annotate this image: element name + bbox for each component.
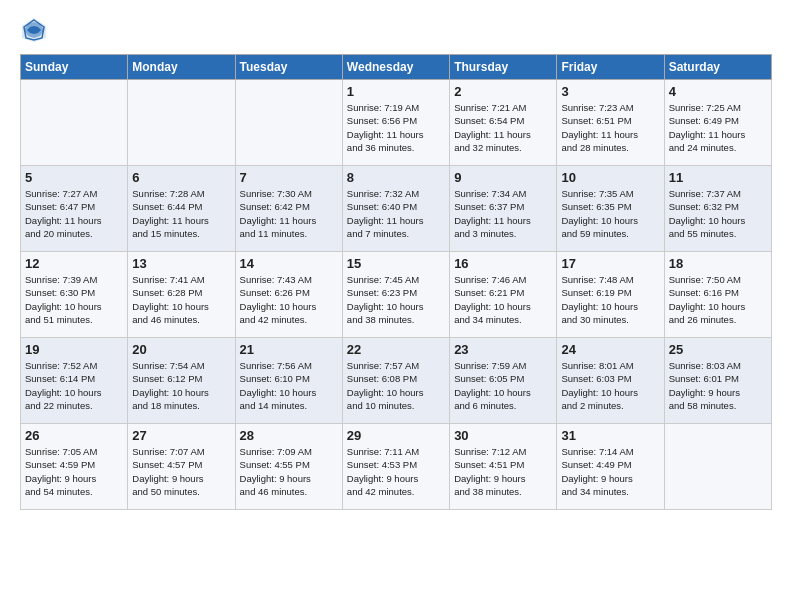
calendar-cell: 2Sunrise: 7:21 AM Sunset: 6:54 PM Daylig… <box>450 80 557 166</box>
day-info: Sunrise: 7:30 AM Sunset: 6:42 PM Dayligh… <box>240 187 338 240</box>
calendar-cell: 16Sunrise: 7:46 AM Sunset: 6:21 PM Dayli… <box>450 252 557 338</box>
calendar-cell: 31Sunrise: 7:14 AM Sunset: 4:49 PM Dayli… <box>557 424 664 510</box>
calendar-cell: 30Sunrise: 7:12 AM Sunset: 4:51 PM Dayli… <box>450 424 557 510</box>
calendar-cell <box>235 80 342 166</box>
calendar-cell <box>664 424 771 510</box>
day-info: Sunrise: 7:37 AM Sunset: 6:32 PM Dayligh… <box>669 187 767 240</box>
day-info: Sunrise: 7:27 AM Sunset: 6:47 PM Dayligh… <box>25 187 123 240</box>
day-info: Sunrise: 7:34 AM Sunset: 6:37 PM Dayligh… <box>454 187 552 240</box>
calendar-cell: 20Sunrise: 7:54 AM Sunset: 6:12 PM Dayli… <box>128 338 235 424</box>
day-number: 25 <box>669 342 767 357</box>
calendar-cell: 21Sunrise: 7:56 AM Sunset: 6:10 PM Dayli… <box>235 338 342 424</box>
calendar-cell: 25Sunrise: 8:03 AM Sunset: 6:01 PM Dayli… <box>664 338 771 424</box>
calendar-table: SundayMondayTuesdayWednesdayThursdayFrid… <box>20 54 772 510</box>
day-number: 13 <box>132 256 230 271</box>
calendar-cell: 11Sunrise: 7:37 AM Sunset: 6:32 PM Dayli… <box>664 166 771 252</box>
day-info: Sunrise: 7:39 AM Sunset: 6:30 PM Dayligh… <box>25 273 123 326</box>
day-number: 9 <box>454 170 552 185</box>
day-number: 17 <box>561 256 659 271</box>
calendar-cell: 14Sunrise: 7:43 AM Sunset: 6:26 PM Dayli… <box>235 252 342 338</box>
calendar-week-2: 5Sunrise: 7:27 AM Sunset: 6:47 PM Daylig… <box>21 166 772 252</box>
day-info: Sunrise: 7:35 AM Sunset: 6:35 PM Dayligh… <box>561 187 659 240</box>
day-info: Sunrise: 7:43 AM Sunset: 6:26 PM Dayligh… <box>240 273 338 326</box>
calendar-cell: 27Sunrise: 7:07 AM Sunset: 4:57 PM Dayli… <box>128 424 235 510</box>
calendar-cell: 29Sunrise: 7:11 AM Sunset: 4:53 PM Dayli… <box>342 424 449 510</box>
logo <box>20 16 52 44</box>
day-info: Sunrise: 7:32 AM Sunset: 6:40 PM Dayligh… <box>347 187 445 240</box>
day-number: 19 <box>25 342 123 357</box>
day-number: 15 <box>347 256 445 271</box>
day-number: 1 <box>347 84 445 99</box>
day-info: Sunrise: 7:41 AM Sunset: 6:28 PM Dayligh… <box>132 273 230 326</box>
calendar-cell: 19Sunrise: 7:52 AM Sunset: 6:14 PM Dayli… <box>21 338 128 424</box>
weekday-header-row: SundayMondayTuesdayWednesdayThursdayFrid… <box>21 55 772 80</box>
calendar-week-4: 19Sunrise: 7:52 AM Sunset: 6:14 PM Dayli… <box>21 338 772 424</box>
day-number: 21 <box>240 342 338 357</box>
calendar-week-5: 26Sunrise: 7:05 AM Sunset: 4:59 PM Dayli… <box>21 424 772 510</box>
day-number: 5 <box>25 170 123 185</box>
calendar-cell: 6Sunrise: 7:28 AM Sunset: 6:44 PM Daylig… <box>128 166 235 252</box>
day-number: 23 <box>454 342 552 357</box>
day-info: Sunrise: 7:48 AM Sunset: 6:19 PM Dayligh… <box>561 273 659 326</box>
day-info: Sunrise: 8:03 AM Sunset: 6:01 PM Dayligh… <box>669 359 767 412</box>
day-info: Sunrise: 7:19 AM Sunset: 6:56 PM Dayligh… <box>347 101 445 154</box>
day-number: 18 <box>669 256 767 271</box>
calendar-cell: 12Sunrise: 7:39 AM Sunset: 6:30 PM Dayli… <box>21 252 128 338</box>
day-info: Sunrise: 7:50 AM Sunset: 6:16 PM Dayligh… <box>669 273 767 326</box>
day-info: Sunrise: 7:12 AM Sunset: 4:51 PM Dayligh… <box>454 445 552 498</box>
day-info: Sunrise: 7:14 AM Sunset: 4:49 PM Dayligh… <box>561 445 659 498</box>
day-info: Sunrise: 7:25 AM Sunset: 6:49 PM Dayligh… <box>669 101 767 154</box>
calendar-cell: 18Sunrise: 7:50 AM Sunset: 6:16 PM Dayli… <box>664 252 771 338</box>
day-info: Sunrise: 8:01 AM Sunset: 6:03 PM Dayligh… <box>561 359 659 412</box>
day-number: 3 <box>561 84 659 99</box>
day-number: 6 <box>132 170 230 185</box>
day-number: 16 <box>454 256 552 271</box>
day-number: 8 <box>347 170 445 185</box>
calendar-cell: 15Sunrise: 7:45 AM Sunset: 6:23 PM Dayli… <box>342 252 449 338</box>
weekday-header-thursday: Thursday <box>450 55 557 80</box>
day-info: Sunrise: 7:05 AM Sunset: 4:59 PM Dayligh… <box>25 445 123 498</box>
calendar-cell: 5Sunrise: 7:27 AM Sunset: 6:47 PM Daylig… <box>21 166 128 252</box>
day-info: Sunrise: 7:09 AM Sunset: 4:55 PM Dayligh… <box>240 445 338 498</box>
day-number: 12 <box>25 256 123 271</box>
logo-icon <box>20 16 48 44</box>
day-info: Sunrise: 7:23 AM Sunset: 6:51 PM Dayligh… <box>561 101 659 154</box>
calendar-cell: 4Sunrise: 7:25 AM Sunset: 6:49 PM Daylig… <box>664 80 771 166</box>
day-number: 28 <box>240 428 338 443</box>
day-info: Sunrise: 7:57 AM Sunset: 6:08 PM Dayligh… <box>347 359 445 412</box>
page: SundayMondayTuesdayWednesdayThursdayFrid… <box>0 0 792 520</box>
day-info: Sunrise: 7:56 AM Sunset: 6:10 PM Dayligh… <box>240 359 338 412</box>
calendar-cell: 9Sunrise: 7:34 AM Sunset: 6:37 PM Daylig… <box>450 166 557 252</box>
day-number: 7 <box>240 170 338 185</box>
weekday-header-sunday: Sunday <box>21 55 128 80</box>
day-info: Sunrise: 7:46 AM Sunset: 6:21 PM Dayligh… <box>454 273 552 326</box>
calendar-cell: 7Sunrise: 7:30 AM Sunset: 6:42 PM Daylig… <box>235 166 342 252</box>
calendar-cell <box>128 80 235 166</box>
day-info: Sunrise: 7:11 AM Sunset: 4:53 PM Dayligh… <box>347 445 445 498</box>
calendar-cell: 1Sunrise: 7:19 AM Sunset: 6:56 PM Daylig… <box>342 80 449 166</box>
weekday-header-tuesday: Tuesday <box>235 55 342 80</box>
calendar-cell: 8Sunrise: 7:32 AM Sunset: 6:40 PM Daylig… <box>342 166 449 252</box>
day-info: Sunrise: 7:28 AM Sunset: 6:44 PM Dayligh… <box>132 187 230 240</box>
day-number: 29 <box>347 428 445 443</box>
calendar-cell: 24Sunrise: 8:01 AM Sunset: 6:03 PM Dayli… <box>557 338 664 424</box>
weekday-header-monday: Monday <box>128 55 235 80</box>
day-number: 26 <box>25 428 123 443</box>
calendar-week-1: 1Sunrise: 7:19 AM Sunset: 6:56 PM Daylig… <box>21 80 772 166</box>
day-number: 22 <box>347 342 445 357</box>
calendar-cell: 10Sunrise: 7:35 AM Sunset: 6:35 PM Dayli… <box>557 166 664 252</box>
calendar-cell: 22Sunrise: 7:57 AM Sunset: 6:08 PM Dayli… <box>342 338 449 424</box>
calendar-cell: 3Sunrise: 7:23 AM Sunset: 6:51 PM Daylig… <box>557 80 664 166</box>
day-number: 11 <box>669 170 767 185</box>
calendar-cell: 17Sunrise: 7:48 AM Sunset: 6:19 PM Dayli… <box>557 252 664 338</box>
calendar-cell: 26Sunrise: 7:05 AM Sunset: 4:59 PM Dayli… <box>21 424 128 510</box>
calendar-week-3: 12Sunrise: 7:39 AM Sunset: 6:30 PM Dayli… <box>21 252 772 338</box>
day-info: Sunrise: 7:52 AM Sunset: 6:14 PM Dayligh… <box>25 359 123 412</box>
day-info: Sunrise: 7:07 AM Sunset: 4:57 PM Dayligh… <box>132 445 230 498</box>
day-info: Sunrise: 7:45 AM Sunset: 6:23 PM Dayligh… <box>347 273 445 326</box>
day-number: 10 <box>561 170 659 185</box>
calendar-cell <box>21 80 128 166</box>
calendar-cell: 13Sunrise: 7:41 AM Sunset: 6:28 PM Dayli… <box>128 252 235 338</box>
day-number: 2 <box>454 84 552 99</box>
day-number: 24 <box>561 342 659 357</box>
